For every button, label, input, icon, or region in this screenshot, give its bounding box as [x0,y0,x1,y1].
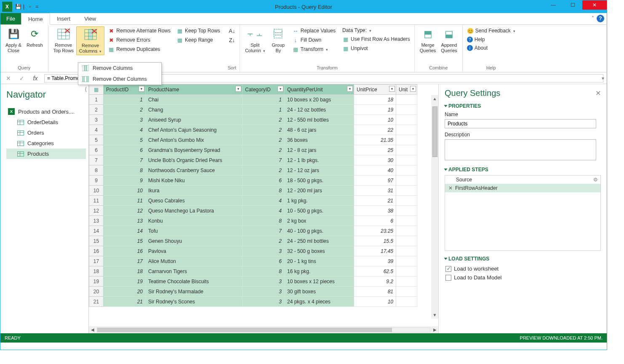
remove-alternate-rows-button[interactable]: ✖Remove Alternate Rows [106,27,172,35]
cell[interactable]: 12 - 12 oz jars [285,165,354,175]
maximize-button[interactable]: ☐ [563,0,582,10]
cell[interactable]: 40 - 100 g pkgs. [285,226,354,236]
filter-dropdown-icon[interactable]: ▼ [410,86,416,92]
cell[interactable]: Alice Mutton [146,256,243,266]
cell[interactable] [396,165,417,175]
cell[interactable] [396,206,417,216]
rownum-cell[interactable]: 13 [89,216,104,226]
cell[interactable]: 5 [104,135,146,145]
table-row[interactable]: 1111Queso Cabrales41 kg pkg.21 [89,196,417,206]
remove-top-rows-button[interactable]: Remove Top Rows [51,27,76,54]
nav-root[interactable]: XProducts and Orders.... [6,106,86,117]
cell[interactable]: 32 - 500 g boxes [285,246,354,256]
cell[interactable]: Grandma's Boysenberry Spread [146,145,243,155]
cell[interactable]: 12 - 1 lb pkgs. [285,155,354,165]
table-row[interactable]: 99Mishi Kobe Niku618 - 500 g pkgs.97 [89,175,417,186]
cell[interactable]: 1 kg pkg. [285,196,354,206]
filter-dropdown-icon[interactable]: ▼ [389,86,395,92]
cell[interactable]: 25 [354,145,396,155]
fill-down-button[interactable]: ↓Fill Down [291,36,337,44]
cell[interactable]: 18 [354,95,396,105]
accept-formula-button[interactable]: ✓ [17,75,27,82]
tab-file[interactable]: File [0,13,21,24]
cell[interactable]: 3 [243,297,285,307]
cell[interactable]: 4 [243,196,285,206]
cancel-formula-button[interactable]: ✕ [4,75,13,82]
cell[interactable]: Northwoods Cranberry Sauce [146,165,243,175]
rownum-cell[interactable]: 8 [89,165,104,175]
cell[interactable]: 8 [104,165,146,175]
cell[interactable]: 2 [243,145,285,155]
cell[interactable]: 10 [354,297,396,307]
col-header-productname[interactable]: ProductName▼ [146,85,243,95]
cell[interactable] [396,155,417,165]
cell[interactable] [396,297,417,307]
cell[interactable]: Chang [146,105,243,115]
nav-item-orders[interactable]: Orders [6,128,86,138]
minimize-button[interactable]: — [544,0,563,10]
qat-customize[interactable] [26,3,33,11]
unpivot-button[interactable]: ▦Unpivot [341,44,412,53]
cell[interactable] [396,135,417,145]
remove-columns-button[interactable]: Remove Columns [76,27,104,55]
table-row[interactable]: 33Aniseed Syrup212 - 550 ml bottles10 [89,115,417,125]
close-button[interactable]: ✕ [582,0,607,10]
col-header-categoryid[interactable]: CategoryID▼ [243,85,285,95]
applied-steps-header[interactable]: APPLIED STEPS [445,167,601,173]
table-row[interactable]: 1515Genen Shouyu224 - 250 ml bottles15.5 [89,236,417,246]
cell[interactable]: 1 [104,95,146,105]
cell[interactable]: Queso Manchego La Pastora [146,206,243,216]
cell[interactable]: 12 [104,206,146,216]
tab-insert[interactable]: Insert [50,13,78,24]
cell[interactable]: 15.5 [354,236,396,246]
send-feedback-button[interactable]: 😊Send Feedback [465,27,517,35]
cell[interactable]: 1 [243,105,285,115]
scroll-thumb[interactable] [432,106,437,157]
cell[interactable]: 6 [243,175,285,186]
cell[interactable]: 1 [243,95,285,105]
hscroll-thumb[interactable] [97,328,392,332]
cell[interactable]: 18 - 500 g pkgs. [285,175,354,186]
filter-dropdown-icon[interactable]: ▼ [347,86,353,92]
rownum-cell[interactable]: 3 [89,115,104,125]
load-settings-header[interactable]: LOAD SETTINGS [445,256,601,262]
cell[interactable]: 21 [104,297,146,307]
step-source[interactable]: Source⚙ [445,175,600,184]
cell[interactable] [396,236,417,246]
cell[interactable]: 38 [354,206,396,216]
cell[interactable]: 3 [243,246,285,256]
cell[interactable]: 31 [354,186,396,196]
table-row[interactable]: 88Northwoods Cranberry Sauce212 - 12 oz … [89,165,417,175]
cell[interactable]: 23.25 [354,226,396,236]
table-row[interactable]: 22Chang124 - 12 oz bottles19 [89,105,417,115]
cell[interactable]: 40 [354,165,396,175]
rownum-cell[interactable]: 17 [89,256,104,266]
table-row[interactable]: 1818Carnarvon Tigers816 kg pkg.62.5 [89,266,417,276]
table-row[interactable]: 55Chef Anton's Gumbo Mix236 boxes21.35 [89,135,417,145]
table-row[interactable]: 2121Sir Rodney's Scones324 pkgs. x 4 pie… [89,297,417,307]
filter-dropdown-icon[interactable]: ▼ [235,86,241,92]
cell[interactable]: 10 [104,186,146,196]
cell[interactable]: 2 [243,135,285,145]
cell[interactable]: 14 [104,226,146,236]
cell[interactable]: 39 [354,256,396,266]
cell[interactable]: 8 [243,216,285,226]
first-row-headers-button[interactable]: ▦Use First Row As Headers [341,35,412,43]
cell[interactable]: 2 [243,236,285,246]
col-header-quantityperunit[interactable]: QuantityPerUnit▼ [285,85,354,95]
cell[interactable]: 7 [243,155,285,165]
cell[interactable] [396,175,417,186]
table-row[interactable]: 1919Teatime Chocolate Biscuits310 boxes … [89,276,417,287]
cell[interactable]: 6 [104,145,146,155]
rownum-cell[interactable]: 18 [89,266,104,276]
cell[interactable]: 22 [354,125,396,135]
split-column-button[interactable]: ⫟⫠Split Column [243,27,268,54]
table-row[interactable]: 1212Queso Manchego La Pastora410 - 500 g… [89,206,417,216]
cell[interactable]: 30 [354,155,396,165]
table-row[interactable]: 77Uncle Bob's Organic Dried Pears712 - 1… [89,155,417,165]
cell[interactable] [396,276,417,287]
cell[interactable]: 21.35 [354,135,396,145]
cell[interactable]: 13 [104,216,146,226]
nav-item-categories[interactable]: Categories [6,138,86,149]
scroll-down-icon[interactable]: ▼ [431,311,438,319]
